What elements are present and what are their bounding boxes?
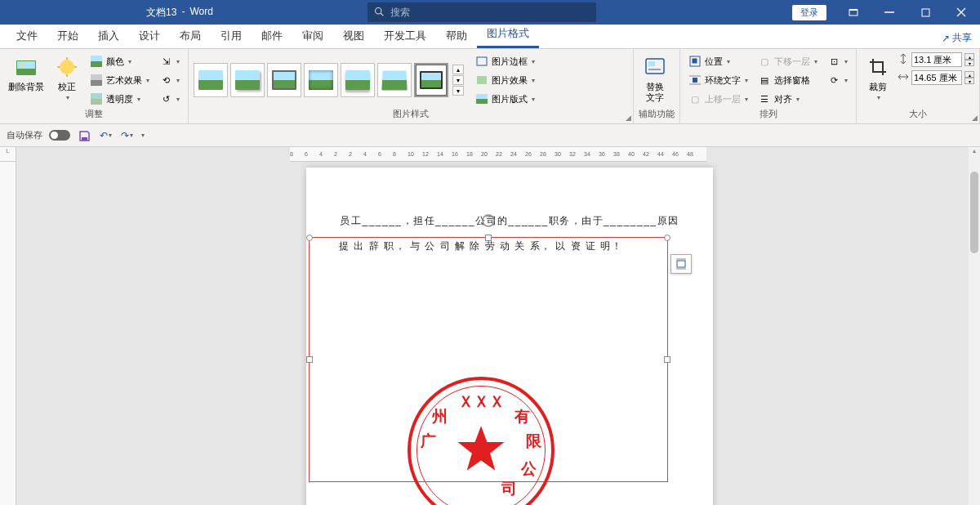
tab-picture-format[interactable]: 图片格式	[477, 21, 539, 48]
change-picture-button[interactable]: ⟲▾	[156, 71, 183, 89]
remove-background-button[interactable]: 删除背景	[5, 52, 47, 108]
selpane-icon: ▤	[758, 74, 771, 87]
redo-button[interactable]: ↷▾	[119, 128, 134, 143]
handle-r[interactable]	[664, 356, 670, 363]
document-page[interactable]: 员工______，担任______公司的______职务，由于________原…	[306, 168, 713, 505]
svg-rect-25	[476, 94, 488, 99]
share-label: 共享	[952, 31, 972, 45]
align-button[interactable]: ☰对齐▾	[755, 90, 821, 108]
gallery-more[interactable]: ▾	[452, 86, 464, 96]
tab-mailings[interactable]: 邮件	[252, 24, 292, 48]
picture-effects-button[interactable]: 图片效果▾	[472, 71, 538, 89]
picture-selection[interactable]: ＸＸＸ 广 州 有 限 公 司 440106045403X	[309, 237, 668, 482]
color-button[interactable]: 颜色▾	[87, 52, 153, 70]
rotate-handle[interactable]	[481, 213, 496, 228]
svg-point-10	[20, 63, 24, 66]
tab-insert[interactable]: 插入	[88, 24, 129, 48]
height-input[interactable]	[911, 52, 962, 67]
scrollbar-thumb[interactable]	[970, 172, 978, 253]
tab-review[interactable]: 审阅	[292, 24, 333, 48]
tab-layout[interactable]: 布局	[170, 24, 211, 48]
selection-pane-button[interactable]: ▤选择窗格	[755, 71, 821, 89]
backward-icon: ▢	[758, 55, 771, 68]
width-input[interactable]	[911, 70, 962, 85]
svg-line-1	[381, 13, 383, 16]
handle-tl[interactable]	[306, 235, 313, 241]
corrections-button[interactable]: 校正 ▾	[51, 52, 83, 108]
tab-help[interactable]: 帮助	[436, 24, 477, 48]
tab-references[interactable]: 引用	[211, 24, 252, 48]
undo-button[interactable]: ↶▾	[98, 128, 113, 143]
compress-button[interactable]: ⇲▾	[156, 52, 183, 70]
close-button[interactable]	[944, 0, 978, 25]
search-icon	[374, 7, 384, 19]
style-1[interactable]	[194, 63, 228, 97]
styles-gallery[interactable]: ▴ ▾ ▾	[194, 52, 464, 108]
svg-rect-22	[477, 57, 487, 65]
wrap-text-button[interactable]: 环绕文字▾	[685, 71, 751, 89]
border-icon	[475, 55, 488, 68]
tab-file[interactable]: 文件	[7, 24, 47, 48]
style-7[interactable]	[414, 63, 448, 97]
remove-bg-icon	[13, 54, 39, 80]
reset-picture-button[interactable]: ↺▾	[156, 90, 183, 108]
group-button[interactable]: ⊡▾	[824, 52, 851, 70]
transparency-button[interactable]: 透明度▾	[87, 90, 153, 108]
handle-l[interactable]	[306, 356, 313, 363]
horizontal-ruler[interactable]: 8642246810121416182022242628303234363840…	[290, 147, 706, 162]
minimize-button[interactable]	[872, 0, 906, 25]
layout-options-button[interactable]	[670, 254, 692, 274]
group-access-label: 辅助功能	[639, 108, 675, 122]
gallery-down[interactable]: ▾	[452, 75, 464, 85]
quick-access-toolbar: 自动保存 ↶▾ ↷▾ ▾	[0, 124, 980, 147]
rotate-button[interactable]: ⟳▾	[824, 71, 851, 89]
size-launcher[interactable]: ◢	[972, 114, 978, 122]
handle-t[interactable]	[485, 235, 492, 241]
vertical-scrollbar[interactable]: ▴	[969, 147, 980, 505]
style-3[interactable]	[267, 63, 301, 97]
wrap-icon	[688, 74, 702, 87]
picture-border-button[interactable]: 图片边框▾	[472, 52, 538, 70]
ribbon-tabs: 文件 开始 插入 设计 布局 引用 邮件 审阅 视图 开发工具 帮助 图片格式 …	[0, 25, 980, 49]
autosave-label: 自动保存	[7, 129, 42, 141]
autosave-toggle[interactable]	[49, 130, 70, 141]
tab-view[interactable]: 视图	[333, 24, 374, 48]
height-down[interactable]: ▾	[964, 60, 974, 66]
transparency-icon	[90, 92, 103, 105]
doc-line-1: 员工______，担任______公司的______职务，由于________原…	[339, 208, 680, 234]
search-box[interactable]: 搜索	[368, 2, 596, 22]
doc-name: 文档13	[146, 6, 176, 20]
picture-layout-button[interactable]: 图片版式▾	[472, 90, 538, 108]
tab-design[interactable]: 设计	[129, 24, 170, 48]
alt-text-button[interactable]: 替换 文字	[639, 52, 671, 108]
stamp-s3: 有	[514, 406, 530, 427]
send-backward-button[interactable]: ▢下移一层▾	[755, 52, 821, 70]
handle-tr[interactable]	[664, 235, 670, 241]
style-5[interactable]	[341, 63, 375, 97]
content-area[interactable]: 8642246810121416182022242628303234363840…	[16, 147, 980, 505]
qat-customize[interactable]: ▾	[141, 132, 145, 139]
height-up[interactable]: ▴	[964, 53, 974, 60]
maximize-button[interactable]	[908, 0, 942, 25]
crop-button[interactable]: 裁剪 ▾	[862, 52, 894, 108]
vertical-ruler[interactable]: L	[0, 147, 16, 505]
style-6[interactable]	[377, 63, 412, 97]
share-button[interactable]: ↗ 共享	[933, 28, 980, 48]
svg-point-37	[483, 215, 494, 226]
tab-developer[interactable]: 开发工具	[374, 24, 436, 48]
width-down[interactable]: ▾	[964, 78, 974, 84]
style-2[interactable]	[230, 63, 265, 97]
login-button[interactable]: 登录	[792, 5, 826, 20]
width-up[interactable]: ▴	[964, 71, 974, 78]
artistic-effects-button[interactable]: 艺术效果▾	[87, 71, 153, 89]
bring-forward-button[interactable]: ▢上移一层▾	[685, 90, 751, 108]
gallery-up[interactable]: ▴	[452, 65, 464, 74]
styles-launcher[interactable]: ◢	[626, 114, 631, 122]
position-button[interactable]: 位置▾	[685, 52, 751, 70]
ribbon-options-button[interactable]	[836, 0, 871, 25]
tab-home[interactable]: 开始	[47, 24, 88, 48]
svg-rect-2	[849, 10, 858, 16]
save-button[interactable]	[77, 128, 91, 143]
style-4[interactable]	[304, 63, 338, 97]
crop-icon	[865, 54, 891, 80]
